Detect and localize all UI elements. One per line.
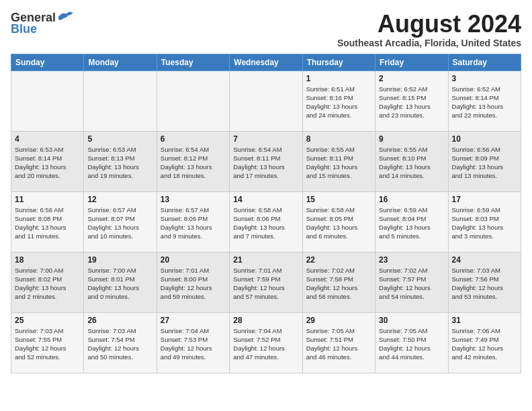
day-info: Sunrise: 7:04 AM Sunset: 7:53 PM Dayligh…: [161, 326, 226, 362]
day-info: Sunrise: 6:57 AM Sunset: 8:07 PM Dayligh…: [87, 205, 152, 241]
day-number: 27: [161, 316, 226, 325]
calendar-cell: 4Sunrise: 6:53 AM Sunset: 8:14 PM Daylig…: [11, 131, 84, 191]
calendar-cell: 14Sunrise: 6:58 AM Sunset: 8:06 PM Dayli…: [230, 191, 302, 252]
day-info: Sunrise: 7:03 AM Sunset: 7:55 PM Dayligh…: [15, 326, 80, 362]
weekday-header-wednesday: Wednesday: [230, 54, 302, 71]
day-info: Sunrise: 6:52 AM Sunset: 8:14 PM Dayligh…: [452, 85, 517, 120]
calendar-cell: 9Sunrise: 6:55 AM Sunset: 8:10 PM Daylig…: [375, 131, 448, 191]
day-number: 14: [233, 195, 298, 204]
day-info: Sunrise: 6:52 AM Sunset: 8:15 PM Dayligh…: [379, 85, 444, 120]
logo: General Blue: [11, 11, 75, 36]
weekday-header-friday: Friday: [375, 54, 448, 71]
day-number: 1: [306, 74, 371, 83]
day-number: 16: [379, 195, 444, 204]
day-number: 4: [15, 134, 80, 144]
week-row-1: 1Sunrise: 6:51 AM Sunset: 8:16 PM Daylig…: [11, 71, 521, 131]
day-info: Sunrise: 7:02 AM Sunset: 7:58 PM Dayligh…: [306, 266, 371, 302]
day-info: Sunrise: 6:59 AM Sunset: 8:03 PM Dayligh…: [452, 205, 517, 241]
day-info: Sunrise: 6:56 AM Sunset: 8:09 PM Dayligh…: [452, 145, 517, 181]
calendar-table: SundayMondayTuesdayWednesdayThursdayFrid…: [11, 54, 521, 373]
calendar-cell: 6Sunrise: 6:54 AM Sunset: 8:12 PM Daylig…: [157, 131, 229, 191]
weekday-header-monday: Monday: [84, 54, 157, 71]
calendar-cell: 24Sunrise: 7:03 AM Sunset: 7:56 PM Dayli…: [448, 252, 521, 312]
day-info: Sunrise: 6:56 AM Sunset: 8:08 PM Dayligh…: [15, 205, 80, 241]
weekday-header-row: SundayMondayTuesdayWednesdayThursdayFrid…: [11, 54, 521, 71]
day-info: Sunrise: 6:57 AM Sunset: 8:06 PM Dayligh…: [161, 205, 226, 241]
day-info: Sunrise: 7:01 AM Sunset: 8:00 PM Dayligh…: [161, 266, 226, 302]
day-info: Sunrise: 7:03 AM Sunset: 7:54 PM Dayligh…: [87, 326, 152, 362]
day-number: 26: [87, 316, 152, 325]
day-info: Sunrise: 6:54 AM Sunset: 8:11 PM Dayligh…: [233, 145, 298, 181]
calendar-cell: 3Sunrise: 6:52 AM Sunset: 8:14 PM Daylig…: [448, 71, 521, 131]
day-number: 21: [233, 255, 298, 265]
logo-blue: Blue: [11, 22, 37, 36]
day-info: Sunrise: 6:54 AM Sunset: 8:12 PM Dayligh…: [161, 145, 226, 181]
calendar-cell: [11, 71, 84, 131]
calendar-cell: 30Sunrise: 7:05 AM Sunset: 7:50 PM Dayli…: [375, 312, 448, 373]
calendar-cell: 28Sunrise: 7:04 AM Sunset: 7:52 PM Dayli…: [230, 312, 302, 373]
calendar-body: 1Sunrise: 6:51 AM Sunset: 8:16 PM Daylig…: [11, 71, 521, 373]
week-row-3: 11Sunrise: 6:56 AM Sunset: 8:08 PM Dayli…: [11, 191, 521, 252]
day-info: Sunrise: 6:58 AM Sunset: 8:06 PM Dayligh…: [233, 205, 298, 241]
page-header: General Blue August 2024 Southeast Arcad…: [11, 11, 521, 48]
day-info: Sunrise: 7:00 AM Sunset: 8:01 PM Dayligh…: [87, 266, 152, 302]
calendar-cell: 26Sunrise: 7:03 AM Sunset: 7:54 PM Dayli…: [84, 312, 157, 373]
day-info: Sunrise: 7:01 AM Sunset: 7:59 PM Dayligh…: [233, 266, 298, 302]
day-info: Sunrise: 7:02 AM Sunset: 7:57 PM Dayligh…: [379, 266, 444, 302]
calendar-cell: 8Sunrise: 6:55 AM Sunset: 8:11 PM Daylig…: [302, 131, 375, 191]
calendar-cell: 25Sunrise: 7:03 AM Sunset: 7:55 PM Dayli…: [11, 312, 84, 373]
calendar-cell: 1Sunrise: 6:51 AM Sunset: 8:16 PM Daylig…: [302, 71, 375, 131]
calendar-cell: [157, 71, 229, 131]
calendar-cell: 21Sunrise: 7:01 AM Sunset: 7:59 PM Dayli…: [230, 252, 302, 312]
day-info: Sunrise: 6:55 AM Sunset: 8:11 PM Dayligh…: [306, 145, 371, 181]
day-number: 2: [379, 74, 444, 83]
day-number: 9: [379, 134, 444, 144]
day-info: Sunrise: 7:00 AM Sunset: 8:02 PM Dayligh…: [15, 266, 80, 302]
day-number: 3: [452, 74, 517, 83]
day-number: 24: [452, 255, 517, 265]
calendar-cell: 7Sunrise: 6:54 AM Sunset: 8:11 PM Daylig…: [230, 131, 302, 191]
day-number: 6: [161, 134, 226, 144]
day-info: Sunrise: 6:51 AM Sunset: 8:16 PM Dayligh…: [306, 85, 371, 120]
day-number: 22: [306, 255, 371, 265]
day-number: 30: [379, 316, 444, 325]
day-number: 10: [452, 134, 517, 144]
day-info: Sunrise: 7:04 AM Sunset: 7:52 PM Dayligh…: [233, 326, 298, 362]
week-row-2: 4Sunrise: 6:53 AM Sunset: 8:14 PM Daylig…: [11, 131, 521, 191]
calendar-cell: 22Sunrise: 7:02 AM Sunset: 7:58 PM Dayli…: [302, 252, 375, 312]
calendar-cell: [230, 71, 302, 131]
calendar-cell: 16Sunrise: 6:59 AM Sunset: 8:04 PM Dayli…: [375, 191, 448, 252]
calendar-cell: 10Sunrise: 6:56 AM Sunset: 8:09 PM Dayli…: [448, 131, 521, 191]
day-number: 28: [233, 316, 298, 325]
weekday-header-tuesday: Tuesday: [157, 54, 229, 71]
day-info: Sunrise: 7:06 AM Sunset: 7:49 PM Dayligh…: [452, 326, 517, 362]
day-number: 20: [161, 255, 226, 265]
weekday-header-thursday: Thursday: [302, 54, 375, 71]
month-year-title: August 2024: [337, 11, 521, 38]
day-number: 15: [306, 195, 371, 204]
day-number: 8: [306, 134, 371, 144]
day-number: 29: [306, 316, 371, 325]
week-row-5: 25Sunrise: 7:03 AM Sunset: 7:55 PM Dayli…: [11, 312, 521, 373]
calendar-cell: 23Sunrise: 7:02 AM Sunset: 7:57 PM Dayli…: [375, 252, 448, 312]
day-info: Sunrise: 7:05 AM Sunset: 7:51 PM Dayligh…: [306, 326, 371, 362]
day-info: Sunrise: 7:03 AM Sunset: 7:56 PM Dayligh…: [452, 266, 517, 302]
calendar-cell: 13Sunrise: 6:57 AM Sunset: 8:06 PM Dayli…: [157, 191, 229, 252]
calendar-cell: 27Sunrise: 7:04 AM Sunset: 7:53 PM Dayli…: [157, 312, 229, 373]
day-info: Sunrise: 6:55 AM Sunset: 8:10 PM Dayligh…: [379, 145, 444, 181]
calendar-cell: 15Sunrise: 6:58 AM Sunset: 8:05 PM Dayli…: [302, 191, 375, 252]
calendar-cell: 11Sunrise: 6:56 AM Sunset: 8:08 PM Dayli…: [11, 191, 84, 252]
calendar-cell: 5Sunrise: 6:53 AM Sunset: 8:13 PM Daylig…: [84, 131, 157, 191]
calendar-cell: 31Sunrise: 7:06 AM Sunset: 7:49 PM Dayli…: [448, 312, 521, 373]
day-info: Sunrise: 6:59 AM Sunset: 8:04 PM Dayligh…: [379, 205, 444, 241]
weekday-header-saturday: Saturday: [448, 54, 521, 71]
day-number: 12: [87, 195, 152, 204]
calendar-cell: 20Sunrise: 7:01 AM Sunset: 8:00 PM Dayli…: [157, 252, 229, 312]
day-info: Sunrise: 6:53 AM Sunset: 8:14 PM Dayligh…: [15, 145, 80, 181]
day-number: 23: [379, 255, 444, 265]
title-area: August 2024 Southeast Arcadia, Florida, …: [337, 11, 521, 48]
day-info: Sunrise: 6:53 AM Sunset: 8:13 PM Dayligh…: [87, 145, 152, 181]
weekday-header-sunday: Sunday: [11, 54, 84, 71]
day-number: 17: [452, 195, 517, 204]
day-number: 19: [87, 255, 152, 265]
